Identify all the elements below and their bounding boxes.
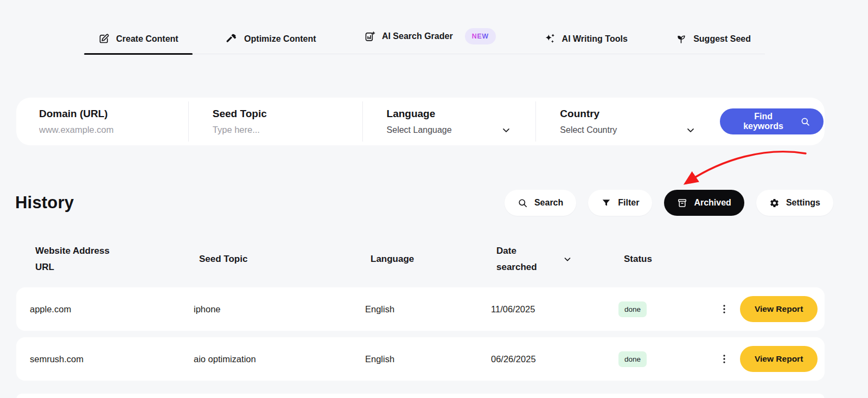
gear-icon bbox=[769, 198, 780, 208]
settings-button-label: Settings bbox=[786, 198, 820, 208]
edit-icon bbox=[98, 33, 110, 44]
hammer-icon bbox=[226, 33, 238, 44]
tab-optimize-content[interactable]: Optimize Content bbox=[212, 33, 330, 54]
column-header-seed-topic: Seed Topic bbox=[199, 251, 371, 267]
annotation-arrow bbox=[673, 144, 820, 193]
status-badge: done bbox=[618, 301, 647, 317]
column-header-language: Language bbox=[371, 251, 496, 267]
cell-status: done bbox=[618, 301, 716, 317]
cell-date-searched: 06/26/2025 bbox=[491, 354, 618, 364]
cell-seed-topic: aio optimization bbox=[194, 354, 365, 364]
cell-language: English bbox=[365, 354, 491, 364]
new-badge: NEW bbox=[465, 28, 496, 44]
country-value: Select Country bbox=[560, 125, 617, 135]
search-button-label: Search bbox=[534, 198, 563, 208]
search-grader-icon bbox=[364, 31, 375, 42]
chevron-down-icon bbox=[685, 125, 696, 136]
tab-create-content[interactable]: Create Content bbox=[84, 33, 193, 54]
column-header-status: Status bbox=[624, 251, 722, 267]
seed-topic-input[interactable] bbox=[213, 125, 344, 135]
country-label: Country bbox=[560, 108, 720, 120]
table-header: Website Address URL Seed Topic Language … bbox=[16, 241, 825, 277]
country-select[interactable]: Country Select Country bbox=[536, 98, 720, 145]
row-actions: View Report bbox=[716, 346, 818, 372]
table-row: apple.com iphone English 11/06/2025 done… bbox=[16, 287, 825, 331]
language-label: Language bbox=[387, 108, 536, 120]
search-button[interactable]: Search bbox=[505, 190, 576, 216]
find-keywords-label: Find keywords bbox=[733, 112, 794, 131]
domain-input[interactable] bbox=[39, 125, 170, 135]
seed-topic-label: Seed Topic bbox=[213, 108, 362, 120]
sprout-icon bbox=[675, 33, 687, 44]
kebab-icon bbox=[718, 353, 730, 365]
history-title: History bbox=[15, 193, 74, 213]
search-icon bbox=[518, 198, 528, 208]
kebab-icon bbox=[718, 303, 730, 315]
filter-button[interactable]: Filter bbox=[588, 190, 652, 216]
tab-ai-search-grader[interactable]: AI Search Grader NEW bbox=[350, 28, 510, 54]
domain-field: Domain (URL) bbox=[16, 98, 188, 145]
seed-topic-field: Seed Topic bbox=[189, 98, 362, 145]
row-actions: View Report bbox=[716, 296, 818, 322]
cell-seed-topic: iphone bbox=[194, 304, 365, 314]
tab-label: AI Writing Tools bbox=[562, 34, 628, 44]
table-row-partial bbox=[16, 394, 825, 398]
keyword-search-form: Domain (URL) Seed Topic Language Select … bbox=[16, 98, 825, 145]
filter-button-label: Filter bbox=[618, 198, 639, 208]
tab-suggest-seed[interactable]: Suggest Seed bbox=[661, 33, 765, 54]
row-menu-button[interactable] bbox=[716, 301, 732, 317]
top-tab-bar: Create Content Optimize Content AI Searc… bbox=[84, 0, 765, 54]
domain-label: Domain (URL) bbox=[39, 108, 188, 120]
filter-icon bbox=[601, 198, 611, 208]
view-report-button[interactable]: View Report bbox=[740, 346, 818, 372]
chevron-down-icon bbox=[563, 254, 572, 264]
archived-button[interactable]: Archived bbox=[664, 190, 744, 216]
cell-language: English bbox=[365, 304, 491, 314]
history-toolbar: Search Filter Archived Settings bbox=[505, 190, 833, 216]
table-row: semrush.com aio optimization English 06/… bbox=[16, 337, 825, 381]
column-header-date-searched[interactable]: Date searched bbox=[496, 243, 624, 275]
status-badge: done bbox=[618, 351, 647, 367]
row-menu-button[interactable] bbox=[716, 351, 732, 367]
column-header-url: Website Address URL bbox=[35, 243, 129, 275]
archive-icon bbox=[677, 198, 687, 208]
search-icon bbox=[800, 117, 810, 127]
cell-date-searched: 11/06/2025 bbox=[491, 304, 618, 314]
cell-status: done bbox=[618, 351, 716, 367]
archived-button-label: Archived bbox=[694, 198, 731, 208]
settings-button[interactable]: Settings bbox=[756, 190, 833, 216]
view-report-button[interactable]: View Report bbox=[740, 296, 818, 322]
cell-url: semrush.com bbox=[30, 354, 194, 364]
tab-ai-writing-tools[interactable]: AI Writing Tools bbox=[530, 33, 642, 54]
language-select[interactable]: Language Select Language bbox=[363, 98, 536, 145]
sparkles-icon bbox=[544, 33, 556, 44]
language-value: Select Language bbox=[387, 125, 452, 135]
chevron-down-icon bbox=[501, 125, 512, 136]
find-keywords-button[interactable]: Find keywords bbox=[720, 108, 824, 134]
tab-label: Suggest Seed bbox=[693, 34, 751, 44]
history-header: History Search Filter Archived bbox=[15, 190, 833, 216]
tab-label: AI Search Grader bbox=[382, 31, 453, 41]
cell-url: apple.com bbox=[30, 304, 194, 314]
tab-label: Optimize Content bbox=[244, 34, 316, 44]
tab-label: Create Content bbox=[116, 34, 178, 44]
